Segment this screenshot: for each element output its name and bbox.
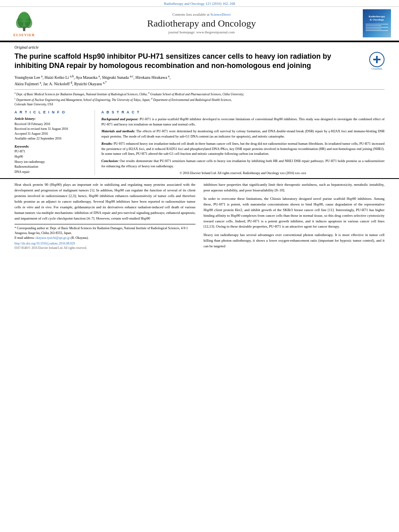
journal-name-row: ELSEVIER Contents lists available at Sci… <box>0 7 399 39</box>
article-type: Original article <box>14 45 385 49</box>
keyword-4: Radiosensitization <box>14 164 90 170</box>
abstract-results: Results: PU-H71 enhanced heavy ion irrad… <box>101 141 385 156</box>
abstract-conclusion-label: Conclusion: <box>101 159 119 163</box>
abstract-results-text: PU-H71 enhanced heavy ion irradiation-in… <box>101 142 385 156</box>
journal-center: Contents lists available at ScienceDirec… <box>40 12 363 35</box>
body-columns: Heat shock protein 90 (Hsp90) plays an i… <box>14 182 385 252</box>
abstract-methods-label: Materials and methods: <box>101 129 135 133</box>
journal-cover-decoration <box>366 23 388 32</box>
journal-citation-bar: Radiotherapy and Oncology 121 (2016) 162… <box>0 0 399 7</box>
crossmark-badge: CrossMark <box>369 52 385 70</box>
available-date: Available online 22 September 2016 <box>14 136 90 141</box>
body-right-column: inhibitors have properties that signific… <box>204 182 385 252</box>
keyword-5: DNA repair <box>14 170 90 175</box>
abstract-conclusion-text: Our results demonstrate that PU-H71 sens… <box>101 159 385 168</box>
crossmark-label: CrossMark <box>369 68 385 70</box>
footnote-email-suffix: (R. Okayasu). <box>71 236 89 240</box>
journal-cover-title: Radiotherapy& Oncology <box>368 15 385 22</box>
body-para-4: Heavy ion radiotherapy has several advan… <box>204 232 385 249</box>
abstract-methods: Materials and methods: The effects of PU… <box>101 129 385 139</box>
article-section: Original article The purine scaffold Hsp… <box>0 41 399 178</box>
crossmark-circle <box>369 52 385 67</box>
body-section: Heat shock protein 90 (Hsp90) plays an i… <box>0 178 399 255</box>
abstract-background: Background and purpose: PU-H71 is a puri… <box>101 117 385 127</box>
abstract-heading: A B S T R A C T <box>101 110 385 114</box>
body-para-2: inhibitors have properties that signific… <box>204 182 385 193</box>
svg-point-4 <box>19 11 29 23</box>
accepted-date: Accepted 31 August 2016 <box>14 131 90 136</box>
abstract-results-label: Results: <box>101 142 113 146</box>
body-para-1: Heat shock protein 90 (Hsp90) plays an i… <box>14 182 195 222</box>
journal-header: Radiotherapy and Oncology 121 (2016) 162… <box>0 0 399 41</box>
abstract-column: A B S T R A C T Background and purpose: … <box>101 110 385 175</box>
elsevier-text: ELSEVIER <box>13 33 35 37</box>
footnote-email: E-mail address: okayasu.ryuichi@qst.go.j… <box>14 236 195 240</box>
received-revised-date: Received in revised form 31 August 2016 <box>14 127 90 131</box>
footnote-section: * Corresponding author at: Dept. of Basi… <box>14 224 195 250</box>
keyword-2: Hsp90 <box>14 154 90 160</box>
footnote-corresponding-text: Corresponding author at: Dept. of Basic … <box>14 226 188 235</box>
keywords-label: Keywords: <box>14 144 90 148</box>
journal-cover-image: Radiotherapy& Oncology <box>363 9 391 37</box>
journal-citation: Radiotherapy and Oncology 121 (2016) 162… <box>164 2 235 6</box>
copyright-line: 0167-8140/© 2016 Elsevier Ireland Ltd. A… <box>14 246 195 250</box>
body-para-3: In order to overcome these limitations, … <box>204 196 385 230</box>
received-date: Received 18 February 2016 <box>14 122 90 127</box>
elsevier-tree-icon <box>12 10 36 32</box>
article-info-column: A R T I C L E I N F O Article history: R… <box>14 110 95 175</box>
article-info-heading: A R T I C L E I N F O <box>14 110 90 114</box>
body-left-column: Heat shock protein 90 (Hsp90) plays an i… <box>14 182 195 252</box>
article-title-row: The purine scaffold Hsp90 inhibitor PU-H… <box>14 52 385 71</box>
affiliation-2: c Department of Nuclear Engineering and … <box>14 97 385 102</box>
authors: Younghyun Lee a, Huizi Keiko Li a,b, Aya… <box>14 74 385 87</box>
journal-title: Radiotherapy and Oncology <box>40 18 363 29</box>
keyword-3: Heavy ion radiotherapy <box>14 160 90 165</box>
elsevier-logo: ELSEVIER <box>8 10 40 37</box>
article-title: The purine scaffold Hsp90 inhibitor PU-H… <box>14 52 369 71</box>
article-history-label: Article history: <box>14 117 90 121</box>
affiliation-3: Colorado State University, USA <box>14 103 385 107</box>
abstract-bg-label: Background and purpose: <box>101 117 138 121</box>
abstract-copyright: © 2016 Elsevier Ireland Ltd. All rights … <box>101 171 385 175</box>
footnote-email-link[interactable]: okayasu.ryuichi@qst.go.jp <box>35 236 70 240</box>
crossmark-cross-icon <box>373 56 380 63</box>
sciencedirect-link[interactable]: ScienceDirect <box>210 12 230 16</box>
page: Radiotherapy and Oncology 121 (2016) 162… <box>0 0 399 532</box>
contents-available: Contents lists available at ScienceDirec… <box>40 12 363 16</box>
keyword-1: PU-H71 <box>14 149 90 154</box>
affiliation-1: a Dept. of Basic Medical Sciences for Ra… <box>14 91 385 97</box>
doi-link[interactable]: http://dx.doi.org/10.1016/j.radonc.2016.… <box>14 242 195 245</box>
article-info-abstract-columns: A R T I C L E I N F O Article history: R… <box>14 110 385 175</box>
abstract-conclusion: Conclusion: Our results demonstrate that… <box>101 158 385 169</box>
journal-homepage: journal homepage: www.thegreenjournal.co… <box>40 30 363 34</box>
abstract-bg-text: PU-H71 is a purine-scaffold Hsp90 inhibi… <box>101 117 385 126</box>
footnote-email-label: E-mail address: <box>14 236 35 240</box>
abstract-methods-text: The effects of PU-H71 were determined by… <box>101 129 385 138</box>
footnote-corresponding: * Corresponding author at: Dept. of Basi… <box>14 226 195 236</box>
affiliations: a Dept. of Basic Medical Sciences for Ra… <box>14 89 385 107</box>
